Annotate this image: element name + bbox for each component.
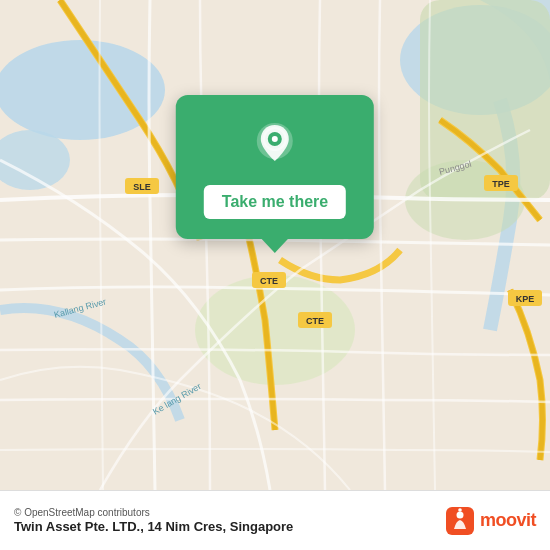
moovit-brand-text: moovit (480, 510, 536, 531)
location-icon-wrapper (251, 119, 299, 171)
svg-point-22 (272, 136, 278, 142)
svg-text:KPE: KPE (516, 294, 535, 304)
location-name-label: Twin Asset Pte. LTD., 14 Nim Cres, Singa… (14, 519, 293, 534)
location-popup: Take me there (176, 95, 374, 239)
svg-point-25 (456, 511, 463, 518)
svg-text:TPE: TPE (492, 179, 510, 189)
bottom-left-section: © OpenStreetMap contributors Twin Asset … (14, 507, 293, 534)
take-me-there-button[interactable]: Take me there (204, 185, 346, 219)
osm-attribution: © OpenStreetMap contributors (14, 507, 293, 518)
svg-text:CTE: CTE (260, 276, 278, 286)
map-area[interactable]: SLE CTE CTE TPE KPE Kallang River Ke lan… (0, 0, 550, 490)
location-pin-icon (251, 119, 299, 167)
svg-point-26 (458, 508, 462, 512)
svg-text:CTE: CTE (306, 316, 324, 326)
moovit-logo[interactable]: moovit (446, 507, 536, 535)
svg-text:SLE: SLE (133, 182, 151, 192)
moovit-icon (446, 507, 474, 535)
bottom-info-bar: © OpenStreetMap contributors Twin Asset … (0, 490, 550, 550)
